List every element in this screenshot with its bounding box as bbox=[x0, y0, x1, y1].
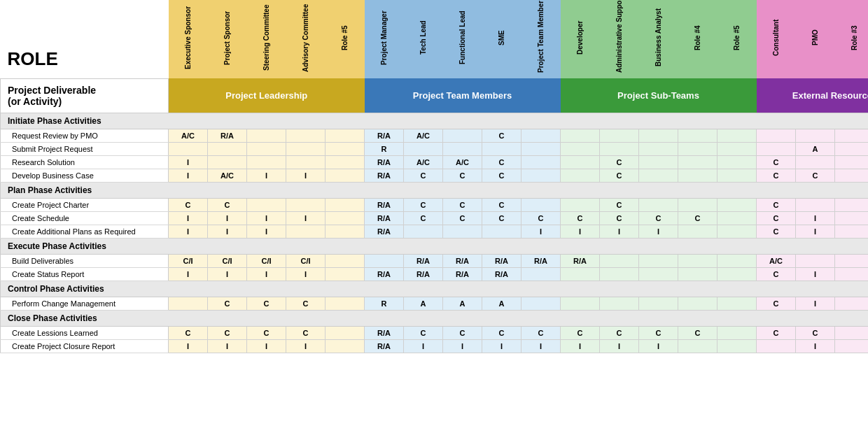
value-cell bbox=[326, 169, 365, 182]
value-cell: I bbox=[208, 339, 247, 353]
value-cell: I bbox=[796, 339, 835, 353]
value-cell: I bbox=[561, 225, 600, 238]
value-cell: C bbox=[561, 211, 600, 225]
value-cell: C bbox=[482, 129, 522, 142]
value-cell bbox=[835, 198, 869, 211]
value-cell: I bbox=[247, 267, 286, 281]
value-cell bbox=[561, 198, 600, 211]
value-cell: I bbox=[796, 211, 835, 225]
value-cell bbox=[678, 198, 718, 211]
col-header-proj-sponsor: Project Sponsor bbox=[208, 0, 247, 78]
value-cell bbox=[718, 254, 757, 267]
phase-row: Plan Phase Activities bbox=[1, 182, 869, 198]
activity-name-cell: Create Status Report bbox=[1, 267, 169, 281]
value-cell bbox=[796, 129, 835, 142]
value-cell: I bbox=[169, 339, 208, 353]
value-cell bbox=[718, 267, 757, 281]
value-cell: C bbox=[757, 225, 796, 238]
value-cell bbox=[718, 297, 757, 310]
data-row: Create Project Closure ReportIIIIR/AIIII… bbox=[1, 339, 869, 353]
value-cell: I bbox=[796, 297, 835, 310]
value-cell bbox=[639, 129, 678, 142]
data-row: Request Review by PMOA/CR/AR/AA/CC bbox=[1, 129, 869, 142]
value-cell: I bbox=[247, 211, 286, 225]
value-cell bbox=[835, 297, 869, 310]
col-header-ba: Business Analyst bbox=[639, 0, 678, 78]
value-cell: C/I bbox=[169, 254, 208, 267]
col-header-ptm: Project Team Member bbox=[522, 0, 561, 78]
value-cell bbox=[835, 142, 869, 155]
group-header-subteam: Project Sub-Teams bbox=[561, 78, 757, 113]
value-cell bbox=[326, 225, 365, 238]
activity-column-header: Project Deliverable (or Activity) bbox=[1, 78, 169, 113]
value-cell: R/A bbox=[365, 211, 404, 225]
value-cell: R/A bbox=[208, 129, 247, 142]
value-cell: C bbox=[796, 169, 835, 182]
group-header-external: External Resources bbox=[757, 78, 869, 113]
value-cell bbox=[443, 142, 482, 155]
value-cell bbox=[522, 129, 561, 142]
value-cell: R/A bbox=[365, 225, 404, 238]
value-cell bbox=[286, 225, 326, 238]
value-cell bbox=[835, 339, 869, 353]
col-header-admin: Administrative Support bbox=[600, 0, 639, 78]
value-cell: C bbox=[796, 326, 835, 339]
value-cell bbox=[404, 142, 443, 155]
value-cell: C bbox=[169, 198, 208, 211]
value-cell bbox=[561, 142, 600, 155]
value-cell bbox=[718, 339, 757, 353]
value-cell bbox=[286, 155, 326, 169]
data-row: Submit Project RequestRA bbox=[1, 142, 869, 155]
value-cell: C bbox=[757, 326, 796, 339]
value-cell: I bbox=[247, 169, 286, 182]
activity-name-cell: Create Schedule bbox=[1, 211, 169, 225]
value-cell: I bbox=[443, 339, 482, 353]
value-cell: C bbox=[600, 211, 639, 225]
value-cell bbox=[443, 129, 482, 142]
value-cell: I bbox=[522, 225, 561, 238]
value-cell bbox=[600, 254, 639, 267]
activity-name-cell: Submit Project Request bbox=[1, 142, 169, 155]
value-cell: C bbox=[757, 198, 796, 211]
value-cell bbox=[678, 254, 718, 267]
value-cell bbox=[678, 339, 718, 353]
value-cell bbox=[678, 129, 718, 142]
value-cell bbox=[835, 169, 869, 182]
phase-row: Close Phase Activities bbox=[1, 310, 869, 326]
value-cell bbox=[678, 155, 718, 169]
value-cell: C bbox=[639, 211, 678, 225]
value-cell: C bbox=[678, 326, 718, 339]
value-cell bbox=[561, 129, 600, 142]
activity-name-cell: Develop Business Case bbox=[1, 169, 169, 182]
value-cell: C/I bbox=[208, 254, 247, 267]
value-cell: I bbox=[286, 211, 326, 225]
value-cell bbox=[522, 267, 561, 281]
value-cell: I bbox=[482, 339, 522, 353]
value-cell bbox=[718, 225, 757, 238]
value-cell: I bbox=[208, 225, 247, 238]
value-cell: I bbox=[169, 155, 208, 169]
value-cell: C bbox=[247, 326, 286, 339]
value-cell: C bbox=[404, 198, 443, 211]
col-header-exec-sponsor: Executive Sponsor bbox=[169, 0, 208, 78]
value-cell bbox=[600, 129, 639, 142]
value-cell: R/A bbox=[443, 254, 482, 267]
activity-name-cell: Create Project Closure Report bbox=[1, 339, 169, 353]
value-cell: C bbox=[208, 297, 247, 310]
value-cell: R/A bbox=[404, 267, 443, 281]
value-cell bbox=[639, 155, 678, 169]
phase-row: Execute Phase Activities bbox=[1, 238, 869, 254]
data-row: Create Lessions LearnedCCCCR/ACCCCCCCCCC bbox=[1, 326, 869, 339]
value-cell: I bbox=[522, 339, 561, 353]
data-row: Perform Change ManagementCCCRAAACI bbox=[1, 297, 869, 310]
value-cell bbox=[326, 129, 365, 142]
value-cell bbox=[561, 155, 600, 169]
value-cell: C bbox=[404, 169, 443, 182]
value-cell: C bbox=[404, 326, 443, 339]
phase-label: Execute Phase Activities bbox=[1, 238, 869, 254]
value-cell: C bbox=[482, 211, 522, 225]
value-cell bbox=[247, 155, 286, 169]
value-cell bbox=[326, 155, 365, 169]
value-cell bbox=[522, 155, 561, 169]
value-cell: C bbox=[169, 326, 208, 339]
